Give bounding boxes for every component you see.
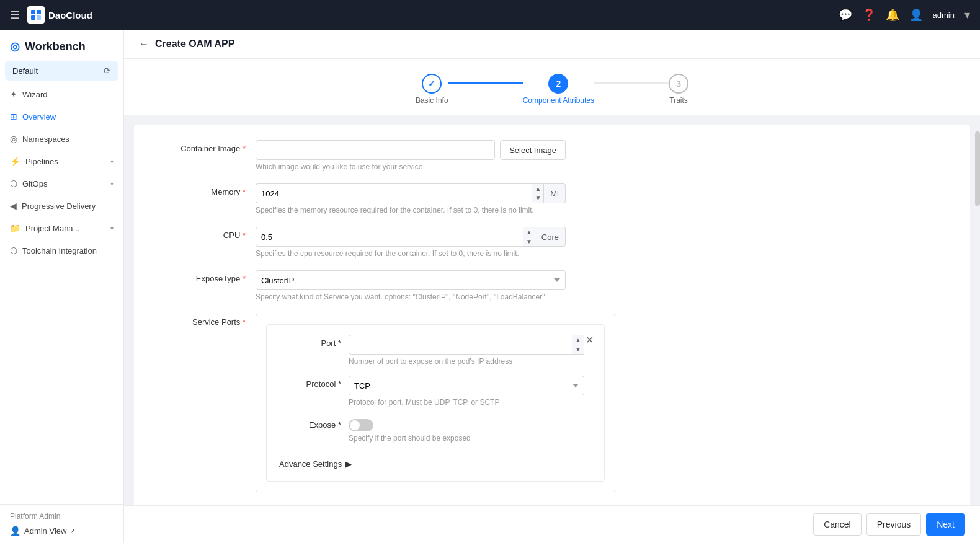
container-image-control: Select Image Which image would you like … [256,140,566,171]
sidebar-refresh-icon[interactable]: ⟳ [104,66,111,76]
sidebar-item-gitops[interactable]: ⬡ GitOps ▾ [0,172,123,195]
container-image-input[interactable] [256,140,495,160]
sidebar-item-wizard[interactable]: ✦ Wizard [0,83,123,105]
sidebar-workbench-section: ◎ Workbench [0,30,123,58]
external-link-icon: ↗ [70,528,75,534]
content-area: ✓ Basic Info 2 Component Attributes 3 Tr… [124,59,980,505]
select-image-button[interactable]: Select Image [500,140,566,160]
wizard-steps: ✓ Basic Info 2 Component Attributes 3 Tr… [124,59,980,115]
cpu-decrement-btn[interactable]: ▼ [523,237,535,246]
user-avatar-icon[interactable]: 👤 [909,8,923,22]
step2-circle: 2 [548,74,568,94]
logo-icon [27,6,45,24]
top-navigation: ☰ DaoCloud 💬 ❓ 🔔 👤 admin ▾ [0,0,980,30]
expose-toggle[interactable] [349,419,373,431]
sidebar-item-pipelines[interactable]: ⚡ Pipelines ▾ [0,150,123,172]
advance-settings-expand-icon: ▶ [345,459,352,469]
admin-icon: 👤 [10,526,20,536]
step1-label: Basic Info [416,96,448,105]
memory-input[interactable] [256,183,532,203]
required-marker: * [243,144,246,153]
container-image-hint: Which image would you like to use for yo… [256,162,566,171]
expose-label: Expose * [279,417,341,430]
memory-unit-label: Mi [544,183,566,203]
toolchain-icon: ⬡ [10,245,17,255]
step2-label: Component Attributes [523,96,594,105]
sidebar-item-project-manager[interactable]: 📁 Project Mana... ▾ [0,217,123,239]
cpu-input-group: ▲ ▼ Core [256,227,566,247]
expose-hint: Specify if the port should be exposed [349,434,584,443]
next-button[interactable]: Next [926,513,965,536]
container-image-label: Container Image * [159,140,246,153]
memory-label: Memory * [159,183,246,196]
cpu-input[interactable] [256,227,523,247]
admin-view-label: Admin View [24,526,66,536]
ports-section: ✕ Port * [256,314,615,492]
container-image-row: Container Image * Select Image Which ima… [159,140,945,171]
memory-control: ▲ ▼ Mi Specifies the memory resource req… [256,183,566,214]
memory-spinner: ▲ ▼ [532,183,544,203]
sidebar-item-progressive-delivery[interactable]: ◀ Progressive Delivery [0,195,123,217]
main-content: ← Create OAM APP ✓ Basic Info 2 Componen… [124,30,980,543]
progressive-icon: ◀ [10,201,17,211]
advance-settings-toggle[interactable]: Advance Settings ▶ [279,452,592,471]
port-control: ▲ ▼ Number of port to expose on the pod'… [349,335,584,366]
hamburger-menu-icon[interactable]: ☰ [10,8,20,22]
protocol-label: Protocol * [279,376,341,389]
sidebar-project-label: Project Mana... [25,224,79,233]
sidebar-item-overview[interactable]: ⊞ Overview [0,105,123,128]
sidebar-item-namespaces[interactable]: ◎ Namespaces [0,128,123,150]
container-image-input-group: Select Image [256,140,566,160]
topnav-left: ☰ DaoCloud [10,6,92,24]
protocol-select[interactable]: TCP UDP SCTP [349,376,584,395]
protocol-row: Protocol * TCP UDP [279,376,592,407]
svg-rect-0 [31,10,35,14]
svg-rect-2 [31,15,35,20]
scrollbar[interactable] [975,125,980,505]
sidebar-default-section[interactable]: Default ⟳ [5,61,118,81]
port-row: Port * ▲ ▼ [279,335,592,366]
previous-button[interactable]: Previous [866,513,921,536]
advance-settings-label: Advance Settings [279,459,342,469]
ports-inner: ✕ Port * [266,324,605,482]
step-connector-2 [594,82,669,84]
admin-view-link[interactable]: 👤 Admin View ↗ [10,526,114,536]
overview-icon: ⊞ [10,112,17,121]
namespaces-icon: ◎ [10,134,17,144]
user-name: admin [933,11,955,20]
sidebar-namespaces-label: Namespaces [22,135,69,144]
chat-icon[interactable]: 💬 [839,8,852,22]
help-icon[interactable]: ❓ [862,8,876,22]
svg-rect-1 [37,10,41,14]
protocol-hint: Protocol for port. Must be UDP, TCP, or … [349,398,584,407]
port-input[interactable] [349,335,572,355]
port-label: Port * [279,335,341,348]
close-port-button[interactable]: ✕ [582,332,597,347]
sidebar-bottom: Platform Admin 👤 Admin View ↗ [0,504,123,543]
project-icon: 📁 [10,223,20,233]
step-traits: 3 Traits [669,74,688,105]
port-input-group: ▲ ▼ [349,335,584,355]
memory-hint: Specifies the memory resource required f… [256,206,566,214]
cpu-label: CPU * [159,227,246,240]
app-logo-text: DaoCloud [48,10,92,20]
sidebar-overview-label: Overview [22,112,56,121]
memory-increment-btn[interactable]: ▲ [532,184,543,193]
page-title: Create OAM APP [155,38,234,50]
memory-decrement-btn[interactable]: ▼ [532,193,543,203]
back-button[interactable]: ← [139,38,149,50]
cancel-button[interactable]: Cancel [813,513,862,536]
cpu-increment-btn[interactable]: ▲ [523,227,535,237]
user-dropdown-icon[interactable]: ▾ [964,8,970,22]
notification-icon[interactable]: 🔔 [886,8,899,22]
sidebar-progressive-label: Progressive Delivery [22,201,96,211]
pipelines-icon: ⚡ [10,156,20,166]
page-header: ← Create OAM APP [124,30,980,59]
service-ports-row: Service Ports * ✕ Port [159,314,945,492]
sidebar-workbench-label: Workbench [25,40,86,53]
memory-row: Memory * ▲ ▼ Mi [159,183,945,214]
scrollbar-thumb[interactable] [975,131,980,206]
expose-type-select[interactable]: ClusterIP NodePort LoadBalancer [256,270,566,290]
sidebar-item-toolchain[interactable]: ⬡ Toolchain Integration [0,239,123,262]
port-hint: Number of port to expose on the pod's IP… [349,357,584,366]
